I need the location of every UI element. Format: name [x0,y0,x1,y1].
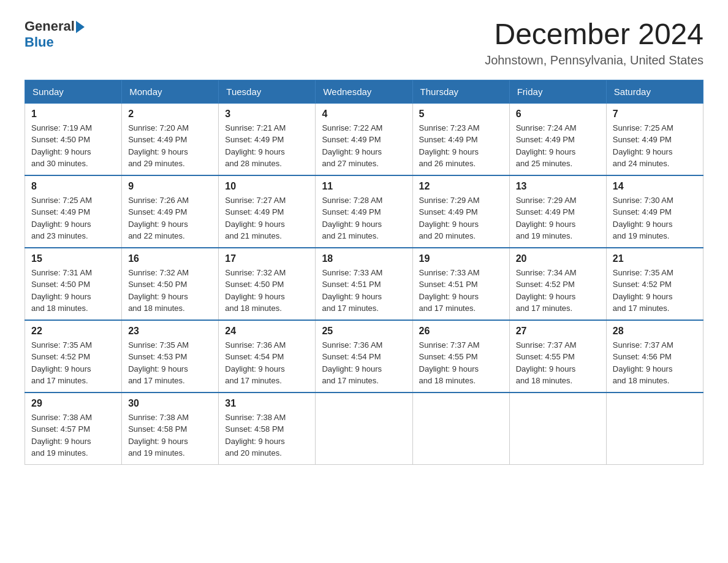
calendar-day-cell: 12Sunrise: 7:29 AMSunset: 4:49 PMDayligh… [412,175,509,248]
day-number: 20 [516,253,600,264]
day-number: 30 [128,398,212,409]
day-number: 27 [516,326,600,337]
day-number: 26 [419,326,503,337]
weekday-header-row: SundayMondayTuesdayWednesdayThursdayFrid… [25,80,703,103]
day-number: 12 [419,181,503,192]
calendar-day-cell [606,393,703,465]
calendar-day-cell: 13Sunrise: 7:29 AMSunset: 4:49 PMDayligh… [509,175,606,248]
day-number: 8 [31,181,115,192]
day-number: 3 [225,109,309,120]
calendar-day-cell [509,393,606,465]
day-info: Sunrise: 7:30 AMSunset: 4:49 PMDaylight:… [613,194,697,242]
weekday-header-saturday: Saturday [606,80,703,103]
calendar-week-row: 1Sunrise: 7:19 AMSunset: 4:50 PMDaylight… [25,103,703,175]
day-info: Sunrise: 7:29 AMSunset: 4:49 PMDaylight:… [516,194,600,242]
calendar-day-cell: 24Sunrise: 7:36 AMSunset: 4:54 PMDayligh… [219,320,316,393]
title-section: December 2024 Johnstown, Pennsylvania, U… [485,18,703,67]
day-number: 15 [31,253,115,264]
calendar-day-cell: 3Sunrise: 7:21 AMSunset: 4:49 PMDaylight… [219,103,316,175]
day-number: 25 [322,326,406,337]
day-number: 14 [613,181,697,192]
day-number: 29 [31,398,115,409]
calendar-day-cell: 25Sunrise: 7:36 AMSunset: 4:54 PMDayligh… [316,320,412,393]
logo: General Blue [25,18,85,50]
day-info: Sunrise: 7:38 AMSunset: 4:57 PMDaylight:… [31,412,115,459]
calendar-day-cell: 7Sunrise: 7:25 AMSunset: 4:49 PMDaylight… [606,103,703,175]
day-number: 6 [516,109,600,120]
day-info: Sunrise: 7:23 AMSunset: 4:49 PMDaylight:… [419,122,503,170]
day-number: 16 [128,253,212,264]
weekday-header-monday: Monday [122,80,219,103]
calendar-day-cell: 22Sunrise: 7:35 AMSunset: 4:52 PMDayligh… [25,320,122,393]
page-header: General Blue December 2024 Johnstown, Pe… [25,18,703,67]
day-number: 13 [516,181,600,192]
day-info: Sunrise: 7:36 AMSunset: 4:54 PMDaylight:… [322,339,406,387]
calendar-day-cell: 26Sunrise: 7:37 AMSunset: 4:55 PMDayligh… [412,320,509,393]
weekday-header-friday: Friday [509,80,606,103]
day-number: 24 [225,326,309,337]
day-info: Sunrise: 7:35 AMSunset: 4:52 PMDaylight:… [613,267,697,315]
day-number: 21 [613,253,697,264]
day-info: Sunrise: 7:33 AMSunset: 4:51 PMDaylight:… [419,267,503,315]
day-info: Sunrise: 7:25 AMSunset: 4:49 PMDaylight:… [31,194,115,242]
calendar-day-cell: 23Sunrise: 7:35 AMSunset: 4:53 PMDayligh… [122,320,219,393]
day-info: Sunrise: 7:21 AMSunset: 4:49 PMDaylight:… [225,122,309,170]
calendar-day-cell: 17Sunrise: 7:32 AMSunset: 4:50 PMDayligh… [219,248,316,320]
calendar-week-row: 8Sunrise: 7:25 AMSunset: 4:49 PMDaylight… [25,175,703,248]
calendar-day-cell: 5Sunrise: 7:23 AMSunset: 4:49 PMDaylight… [412,103,509,175]
logo-arrow-icon [76,21,85,33]
calendar-day-cell: 18Sunrise: 7:33 AMSunset: 4:51 PMDayligh… [316,248,412,320]
day-info: Sunrise: 7:31 AMSunset: 4:50 PMDaylight:… [31,267,115,315]
calendar-day-cell: 28Sunrise: 7:37 AMSunset: 4:56 PMDayligh… [606,320,703,393]
logo-blue: Blue [25,34,54,50]
weekday-header-thursday: Thursday [412,80,509,103]
calendar-day-cell: 14Sunrise: 7:30 AMSunset: 4:49 PMDayligh… [606,175,703,248]
day-info: Sunrise: 7:26 AMSunset: 4:49 PMDaylight:… [128,194,212,242]
calendar-subtitle: Johnstown, Pennsylvania, United States [485,53,703,67]
day-info: Sunrise: 7:28 AMSunset: 4:49 PMDaylight:… [322,194,406,242]
calendar-day-cell: 20Sunrise: 7:34 AMSunset: 4:52 PMDayligh… [509,248,606,320]
day-info: Sunrise: 7:37 AMSunset: 4:56 PMDaylight:… [613,339,697,387]
day-number: 2 [128,109,212,120]
day-info: Sunrise: 7:27 AMSunset: 4:49 PMDaylight:… [225,194,309,242]
day-number: 23 [128,326,212,337]
day-info: Sunrise: 7:37 AMSunset: 4:55 PMDaylight:… [516,339,600,387]
day-number: 22 [31,326,115,337]
calendar-day-cell: 11Sunrise: 7:28 AMSunset: 4:49 PMDayligh… [316,175,412,248]
day-info: Sunrise: 7:32 AMSunset: 4:50 PMDaylight:… [225,267,309,315]
day-info: Sunrise: 7:37 AMSunset: 4:55 PMDaylight:… [419,339,503,387]
calendar-day-cell: 27Sunrise: 7:37 AMSunset: 4:55 PMDayligh… [509,320,606,393]
day-info: Sunrise: 7:36 AMSunset: 4:54 PMDaylight:… [225,339,309,387]
calendar-day-cell: 6Sunrise: 7:24 AMSunset: 4:49 PMDaylight… [509,103,606,175]
day-number: 9 [128,181,212,192]
day-info: Sunrise: 7:25 AMSunset: 4:49 PMDaylight:… [613,122,697,170]
day-number: 17 [225,253,309,264]
calendar-day-cell: 8Sunrise: 7:25 AMSunset: 4:49 PMDaylight… [25,175,122,248]
day-number: 5 [419,109,503,120]
day-info: Sunrise: 7:19 AMSunset: 4:50 PMDaylight:… [31,122,115,170]
calendar-day-cell [316,393,412,465]
calendar-day-cell: 30Sunrise: 7:38 AMSunset: 4:58 PMDayligh… [122,393,219,465]
weekday-header-sunday: Sunday [25,80,122,103]
day-info: Sunrise: 7:22 AMSunset: 4:49 PMDaylight:… [322,122,406,170]
logo-general: General [25,18,75,34]
day-number: 18 [322,253,406,264]
calendar-day-cell: 4Sunrise: 7:22 AMSunset: 4:49 PMDaylight… [316,103,412,175]
calendar-day-cell: 19Sunrise: 7:33 AMSunset: 4:51 PMDayligh… [412,248,509,320]
day-info: Sunrise: 7:38 AMSunset: 4:58 PMDaylight:… [225,412,309,459]
day-number: 11 [322,181,406,192]
calendar-week-row: 22Sunrise: 7:35 AMSunset: 4:52 PMDayligh… [25,320,703,393]
day-info: Sunrise: 7:32 AMSunset: 4:50 PMDaylight:… [128,267,212,315]
calendar-day-cell: 29Sunrise: 7:38 AMSunset: 4:57 PMDayligh… [25,393,122,465]
calendar-day-cell: 9Sunrise: 7:26 AMSunset: 4:49 PMDaylight… [122,175,219,248]
day-info: Sunrise: 7:35 AMSunset: 4:52 PMDaylight:… [31,339,115,387]
calendar-table: SundayMondayTuesdayWednesdayThursdayFrid… [25,80,703,465]
calendar-week-row: 29Sunrise: 7:38 AMSunset: 4:57 PMDayligh… [25,393,703,465]
day-info: Sunrise: 7:38 AMSunset: 4:58 PMDaylight:… [128,412,212,459]
day-info: Sunrise: 7:35 AMSunset: 4:53 PMDaylight:… [128,339,212,387]
calendar-title: December 2024 [485,18,703,51]
day-number: 7 [613,109,697,120]
day-number: 10 [225,181,309,192]
calendar-day-cell: 10Sunrise: 7:27 AMSunset: 4:49 PMDayligh… [219,175,316,248]
calendar-day-cell: 1Sunrise: 7:19 AMSunset: 4:50 PMDaylight… [25,103,122,175]
